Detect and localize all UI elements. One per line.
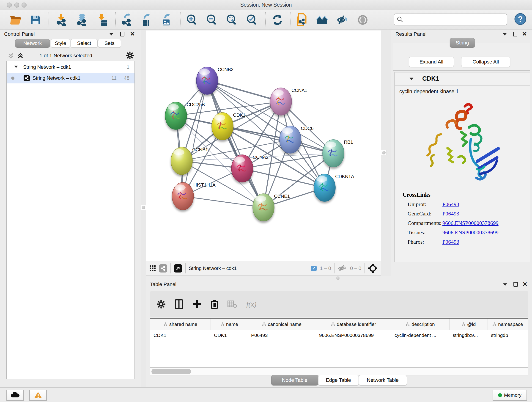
zoom-fit-icon[interactable] [226,14,238,26]
help-icon[interactable]: ? [514,13,526,25]
panel-menu-icon[interactable] [503,282,508,287]
edge-CCNB2-CCNE1[interactable] [207,81,264,207]
tab-network[interactable]: Network [15,39,50,48]
import-network-from-database-icon[interactable] [75,14,88,26]
first-neighbors-icon[interactable] [316,14,329,26]
grid-view-icon[interactable] [149,265,156,272]
node-CDK1[interactable] [212,113,233,140]
function-builder-icon[interactable]: f(x) [246,300,256,308]
warnings-button[interactable] [29,390,47,401]
table-cell[interactable]: CDK1 [211,330,248,341]
panel-float-icon[interactable] [120,32,124,38]
tab-select[interactable]: Select [70,39,98,48]
column-header-canonical-name[interactable]: canonical name [248,319,316,330]
collection-caret-icon[interactable] [13,65,19,69]
node-HIST1H1A[interactable] [172,182,194,210]
refresh-icon[interactable] [271,14,284,26]
crosslink-link[interactable]: 9606.ENSP00000378699 [443,220,499,226]
tab-string[interactable]: String [450,38,475,48]
horizontal-splitter-handle[interactable] [336,276,340,280]
table-hscrollbar[interactable] [150,368,528,375]
detach-view-icon[interactable] [174,264,182,273]
table-cell[interactable]: stringdb:9... [450,330,488,341]
crosslink-link[interactable]: P06493 [443,239,459,245]
show-all-icon[interactable] [356,14,369,26]
node-CCNB2[interactable] [196,67,218,95]
column-header-database-identifier[interactable]: database identifier [316,319,391,330]
tab-node-table[interactable]: Node Table [271,375,318,385]
memory-button[interactable]: Memory [493,390,527,401]
table-row[interactable]: CDK1CDK1P064939606.ENSP00000378699cyclin… [150,330,528,341]
string-view-icon[interactable] [159,264,167,273]
column-header--id[interactable]: @id [450,319,488,330]
save-session-icon[interactable] [29,14,42,26]
panel-menu-icon[interactable] [109,32,114,37]
crosslink-link[interactable]: 9606.ENSP00000378699 [443,230,499,236]
left-splitter-handle[interactable] [141,205,146,210]
tab-edge-table[interactable]: Edge Table [318,375,359,385]
panel-float-icon[interactable] [513,282,518,288]
table-cell[interactable]: 9606.ENSP00000378699 [316,330,391,341]
node-CCNE1[interactable] [253,194,274,221]
column-header-name[interactable]: name [211,319,248,330]
network-options-gear-icon[interactable] [126,51,134,60]
node-CDKN1A[interactable] [314,174,336,201]
table-hscrollbar-thumb[interactable] [152,369,191,374]
node-CCNB1[interactable] [171,147,192,175]
birdseye-view-icon[interactable] [368,264,378,273]
panel-menu-icon[interactable] [502,32,507,37]
node-CDC25B[interactable] [165,102,187,129]
table-settings-gear-icon[interactable] [157,300,166,309]
left-splitter[interactable] [141,30,146,387]
edge-HIST1H1A-CCNE1[interactable] [183,196,264,207]
import-network-icon[interactable] [55,14,67,26]
network-row-selected[interactable]: String Network – cdk1 11 48 [7,73,134,83]
delete-table-icon[interactable] [228,300,237,308]
network-graph[interactable]: CCNB2CCNA1CDC25BCDK1CDC6RB1CCNB1CCNA2CDK… [146,31,381,261]
panel-close-icon[interactable]: ✕ [130,32,135,37]
table-cell[interactable]: cyclin-dependent ... [391,330,450,341]
crosslink-link[interactable]: P06493 [443,201,459,207]
clone-network-icon[interactable] [296,14,308,26]
collapse-all-button[interactable]: Collapse All [461,57,510,67]
show-columns-icon[interactable] [175,299,183,309]
tab-network-table[interactable]: Network Table [359,375,407,385]
panel-close-icon[interactable]: ✕ [522,32,527,37]
table-cell[interactable]: P06493 [248,330,316,341]
zoom-out-icon[interactable] [206,14,218,26]
export-network-icon[interactable] [120,14,133,26]
hidden-items-icon[interactable] [338,265,347,272]
network-canvas[interactable]: CCNB2CCNA1CDC25BCDK1CDC6RB1CCNB1CCNA2CDK… [146,31,381,261]
node-RB1[interactable] [323,140,344,167]
cloud-status-button[interactable] [6,390,24,401]
edge-CCNB2-HIST1H1A[interactable] [183,81,207,196]
zoom-selected-icon[interactable] [246,14,259,26]
right-splitter[interactable] [381,30,391,281]
open-session-icon[interactable] [10,14,22,26]
selected-items-checkbox[interactable]: ✓ [311,266,317,271]
edge-CCNA2-CDKN1A[interactable] [242,168,325,188]
tab-sets[interactable]: Sets [98,39,121,48]
column-header-namespace[interactable]: namespace [488,319,528,330]
export-image-icon[interactable] [160,14,172,26]
node-CCNA2[interactable] [231,155,253,182]
crosslink-link[interactable]: P06493 [443,211,459,217]
tab-style[interactable]: Style [51,39,70,48]
search-input[interactable] [403,16,507,23]
node-CDC6[interactable] [279,126,301,153]
column-header-description[interactable]: description [391,319,450,330]
table-cell[interactable]: stringdb [488,330,528,341]
zoom-in-icon[interactable] [186,14,198,26]
hide-selected-icon[interactable] [336,14,349,26]
network-collection-row[interactable]: String Network – cdk1 1 [7,62,134,72]
gene-caret-icon[interactable] [409,77,414,81]
import-table-icon[interactable] [95,14,108,26]
panel-float-icon[interactable] [513,32,517,38]
column-header-shared-name[interactable]: shared name [150,319,211,330]
gene-card-header[interactable]: CDK1 [395,72,530,86]
panel-close-icon[interactable]: ✕ [522,282,527,287]
table-cell[interactable]: CDK1 [150,330,211,341]
node-CCNA1[interactable] [270,88,292,115]
expand-all-button[interactable]: Expand All [409,57,454,67]
delete-column-icon[interactable] [210,299,218,309]
